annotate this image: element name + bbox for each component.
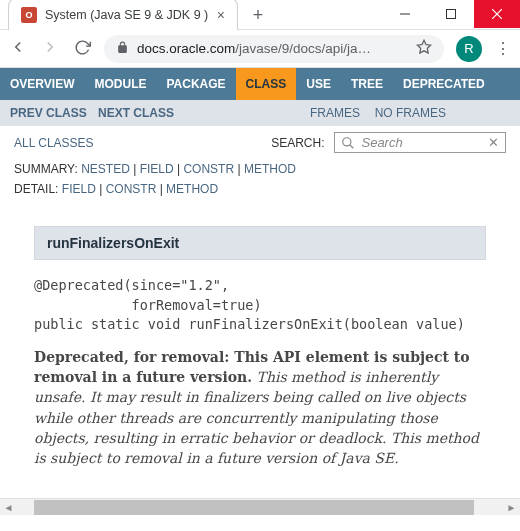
nav-package[interactable]: PACKAGE [156,68,235,100]
horizontal-scrollbar[interactable]: ◄ ► [0,498,520,515]
search-icon [341,136,355,150]
close-window-button[interactable] [474,0,520,28]
tab-title: System (Java SE 9 & JDK 9 ) [45,8,209,22]
nav-deprecated[interactable]: DEPRECATED [393,68,495,100]
svg-point-5 [343,137,351,145]
summary-field-link[interactable]: FIELD [140,162,174,176]
nav-class[interactable]: CLASS [236,68,297,100]
scrollbar-thumb[interactable] [34,500,474,515]
nav-overview[interactable]: OVERVIEW [0,68,84,100]
no-frames-link[interactable]: NO FRAMES [375,106,446,120]
summary-nested-link[interactable]: NESTED [81,162,130,176]
back-button[interactable] [8,38,28,59]
forward-button[interactable] [40,38,60,59]
detail-label: DETAIL: [14,182,58,196]
svg-line-6 [350,144,354,148]
search-placeholder: Search [361,135,482,150]
search-label: SEARCH: [271,136,324,150]
all-classes-link[interactable]: ALL CLASSES [14,136,94,150]
detail-field-link[interactable]: FIELD [62,182,96,196]
nav-module[interactable]: MODULE [84,68,156,100]
lock-icon [116,41,129,57]
javadoc-sub-nav: PREV CLASS NEXT CLASS FRAMES NO FRAMES [0,100,520,126]
clear-search-icon[interactable]: ✕ [488,135,499,150]
url-text: docs.oracle.com/javase/9/docs/api/ja… [137,41,408,56]
minimize-button[interactable] [382,0,428,28]
svg-marker-4 [417,40,430,53]
detail-constr-link[interactable]: CONSTR [106,182,157,196]
scroll-left-arrow[interactable]: ◄ [0,499,17,516]
next-class-link[interactable]: NEXT CLASS [98,106,174,120]
nav-use[interactable]: USE [296,68,341,100]
frames-link[interactable]: FRAMES [310,106,360,120]
method-signature: @Deprecated(since="1.2", forRemoval=true… [34,260,486,345]
profile-avatar[interactable]: R [456,36,482,62]
browser-tab[interactable]: O System (Java SE 9 & JDK 9 ) × [8,0,238,30]
summary-constr-link[interactable]: CONSTR [183,162,234,176]
nav-tree[interactable]: TREE [341,68,393,100]
address-bar[interactable]: docs.oracle.com/javase/9/docs/api/ja… [104,35,444,63]
search-input[interactable]: Search ✕ [334,132,506,153]
svg-rect-1 [447,10,456,19]
scroll-right-arrow[interactable]: ► [503,499,520,516]
detail-method-link[interactable]: METHOD [166,182,218,196]
menu-button[interactable]: ⋮ [494,39,512,58]
prev-class-link[interactable]: PREV CLASS [10,106,87,120]
method-header: runFinalizersOnExit [34,226,486,260]
summary-method-link[interactable]: METHOD [244,162,296,176]
summary-label: SUMMARY: [14,162,78,176]
close-tab-icon[interactable]: × [217,7,225,23]
bookmark-star-icon[interactable] [416,39,432,58]
maximize-button[interactable] [428,0,474,28]
javadoc-top-nav: OVERVIEWMODULEPACKAGECLASSUSETREEDEPRECA… [0,68,520,100]
oracle-favicon: O [21,7,37,23]
method-description: Deprecated, for removal: This API elemen… [34,345,486,471]
reload-button[interactable] [72,39,92,59]
new-tab-button[interactable]: + [246,5,270,26]
